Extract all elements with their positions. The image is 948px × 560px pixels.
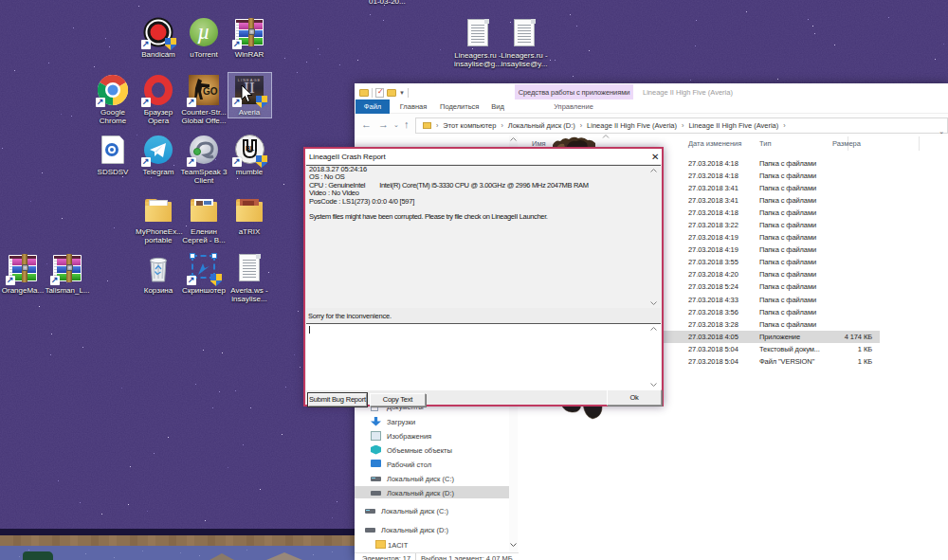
svg-text:BL: BL	[246, 145, 255, 152]
svg-text:GO: GO	[203, 86, 218, 97]
